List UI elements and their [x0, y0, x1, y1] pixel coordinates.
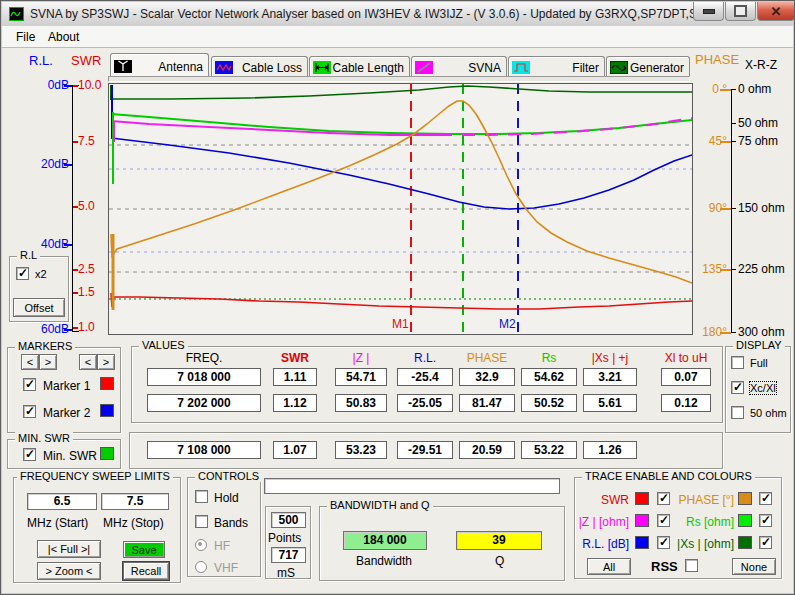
value-field-row2-col5[interactable]: 50.52 [521, 394, 577, 412]
value-field-row2-col3[interactable]: -25.05 [397, 394, 453, 412]
marker2-color-swatch[interactable] [100, 404, 114, 417]
value-field-row1-col1[interactable]: 1.11 [273, 368, 317, 386]
tab-svna[interactable]: SVNA [411, 56, 507, 78]
trace-rl-swatch[interactable] [635, 536, 649, 549]
hf-label: HF [214, 539, 230, 553]
tab-generator[interactable]: Generator [606, 56, 690, 78]
antenna-icon [114, 60, 132, 73]
phase-tick-mark [720, 141, 731, 143]
value-field-row1-col2[interactable]: 54.71 [335, 368, 387, 386]
trace-rs-swatch[interactable] [738, 514, 752, 527]
tab-antenna[interactable]: Antenna [110, 53, 209, 78]
swr-tick-label: 7.5 [78, 134, 95, 148]
marker1-checkbox[interactable] [23, 378, 36, 391]
menu-file[interactable]: File [12, 29, 39, 45]
full-span-button[interactable]: |< Full >| [37, 540, 101, 558]
phase-tick-mark [720, 208, 731, 210]
min-swr-field-col3[interactable]: -29.51 [397, 441, 453, 459]
marker-label-m1: M1 [392, 317, 409, 331]
value-field-row2-col6[interactable]: 5.61 [583, 394, 637, 412]
trace-phase-swatch[interactable] [738, 492, 752, 505]
swr-tick-mark [73, 141, 78, 143]
sweep-limits-caption: FREQUENCY SWEEP LIMITS [17, 470, 173, 482]
minimize-icon [703, 9, 715, 14]
marker2-next-button[interactable]: > [97, 354, 115, 370]
maximize-button[interactable] [725, 2, 756, 21]
vhf-radio[interactable] [195, 561, 207, 573]
marker1-label: Marker 1 [43, 379, 90, 393]
value-field-row1-col5[interactable]: 54.62 [521, 368, 577, 386]
marker1-next-button[interactable]: > [39, 354, 57, 370]
swr-tick-mark [73, 327, 78, 329]
window-title: SVNA by SP3SWJ - Scalar Vector Network A… [30, 7, 707, 21]
value-field-row1-col6[interactable]: 3.21 [583, 368, 637, 386]
title-bar[interactable]: SVNA by SP3SWJ - Scalar Vector Network A… [2, 2, 793, 27]
value-field-row1-col0[interactable]: 7 018 000 [147, 368, 261, 386]
rl-x2-checkbox[interactable] [16, 267, 29, 280]
value-field-row1-col4[interactable]: 32.9 [459, 368, 515, 386]
ms-value: 717 [271, 547, 306, 563]
min-swr-field-col5[interactable]: 53.22 [521, 441, 577, 459]
marker1-color-swatch[interactable] [100, 377, 114, 390]
minimize-button[interactable] [693, 2, 724, 21]
marker2-prev-button[interactable]: < [79, 354, 97, 370]
tab-cable-loss[interactable]: Cable Loss [211, 56, 308, 78]
trace-xs-swatch[interactable] [738, 536, 752, 549]
trace-z-swatch[interactable] [635, 514, 649, 527]
offset-button[interactable]: Offset [13, 298, 65, 317]
value-field-row2-col1[interactable]: 1.12 [273, 394, 317, 412]
menu-about[interactable]: About [44, 29, 83, 45]
value-field-row2-col4[interactable]: 81.47 [459, 394, 515, 412]
save-button[interactable]: Save [123, 541, 165, 558]
values-header-4: PHASE [459, 351, 515, 365]
ohm-tick-label: 75 ohm [738, 134, 778, 148]
min-swr-field-col0[interactable]: 7 108 000 [147, 441, 261, 459]
display-caption: DISPLAY [733, 339, 785, 351]
min-swr-field-col2[interactable]: 53.23 [335, 441, 387, 459]
close-button[interactable]: ✕ [757, 2, 795, 21]
display-full-checkbox[interactable] [731, 356, 744, 369]
zoom-span-button[interactable]: > Zoom < [37, 562, 101, 580]
value-field-row2-col7[interactable]: 0.12 [661, 394, 711, 412]
trace-swr-swatch[interactable] [635, 492, 649, 505]
swr-tick-label: 5.0 [78, 199, 95, 213]
trace-xs-checkbox[interactable] [759, 536, 772, 549]
rss-checkbox[interactable] [685, 559, 698, 572]
values-caption: VALUES [139, 339, 188, 351]
value-field-row1-col7[interactable]: 0.07 [661, 368, 711, 386]
tab-filter[interactable]: Filter [508, 56, 605, 78]
comment-input[interactable] [264, 478, 560, 494]
marker1-prev-button[interactable]: < [21, 354, 39, 370]
sweep-start-input[interactable]: 6.5 [27, 493, 97, 510]
trace-rs-checkbox[interactable] [759, 514, 772, 527]
trace-phase-checkbox[interactable] [759, 492, 772, 505]
min-swr-field-col4[interactable]: 20.59 [459, 441, 515, 459]
sweep-stop-input[interactable]: 7.5 [101, 493, 169, 510]
tab-cable-length[interactable]: Cable Length [309, 56, 410, 78]
min-swr-color-swatch[interactable] [100, 447, 114, 460]
trace-z-checkbox[interactable] [657, 514, 670, 527]
min-swr-field-col1[interactable]: 1.07 [273, 441, 317, 459]
marker2-checkbox[interactable] [23, 405, 36, 418]
points-input[interactable]: 500 [271, 512, 306, 528]
tab-label: Generator [630, 61, 684, 75]
hold-checkbox[interactable] [195, 490, 208, 503]
trace-r-l-db- [111, 138, 692, 209]
value-field-row1-col3[interactable]: -25.4 [397, 368, 453, 386]
trace-all-button[interactable]: All [587, 558, 631, 575]
display-50ohm-checkbox[interactable] [731, 406, 744, 419]
generator-icon [610, 61, 628, 74]
min-swr-field-col6[interactable]: 1.26 [583, 441, 637, 459]
chart-plot-area[interactable]: M1M2 [108, 83, 693, 335]
min-swr-checkbox[interactable] [23, 448, 36, 461]
trace-none-button[interactable]: None [732, 558, 776, 575]
rl-x2-label: x2 [35, 268, 47, 280]
trace-swr-checkbox[interactable] [657, 492, 670, 505]
display-xcxl-checkbox[interactable] [731, 381, 744, 394]
trace-rl-checkbox[interactable] [657, 536, 670, 549]
value-field-row2-col0[interactable]: 7 202 000 [147, 394, 261, 412]
value-field-row2-col2[interactable]: 50.83 [335, 394, 387, 412]
bands-checkbox[interactable] [195, 515, 208, 528]
recall-button[interactable]: Recall [123, 562, 169, 580]
hf-radio[interactable] [195, 539, 207, 551]
